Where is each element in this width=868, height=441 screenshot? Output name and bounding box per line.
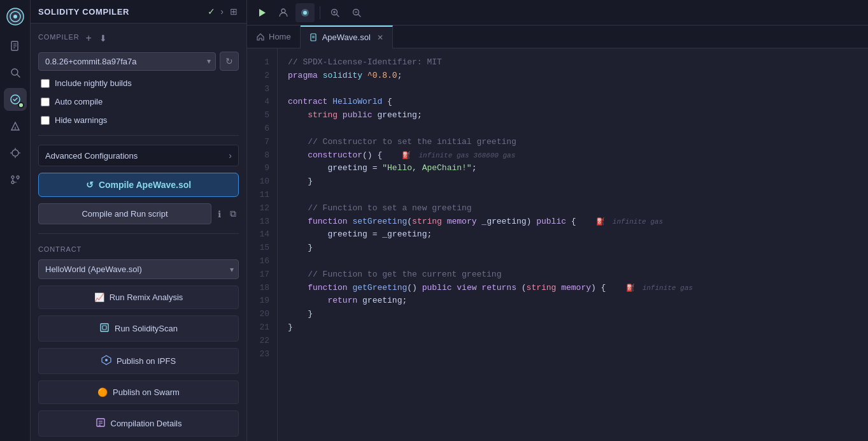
auto-compile-row: Auto compile	[38, 96, 239, 108]
line-num-10: 10	[247, 175, 277, 189]
hide-warnings-label[interactable]: Hide warnings	[55, 115, 107, 125]
compile-run-button[interactable]: Compile and Run script	[38, 203, 211, 224]
advanced-config-label: Advanced Configurations	[45, 151, 138, 161]
compile-btn-label: Compile ApeWave.sol	[99, 180, 191, 190]
solidityscan-label: Run SolidityScan	[115, 324, 178, 333]
include-nightly-label[interactable]: Include nightly builds	[55, 78, 132, 88]
compiler-badge	[18, 102, 24, 108]
toolbar-separator	[320, 6, 320, 19]
check-icon: ✓	[208, 6, 215, 17]
active-mode-btn[interactable]	[295, 3, 315, 22]
svg-point-7	[11, 69, 18, 75]
tab-apewavesol-label: ApeWave.sol	[322, 33, 371, 42]
sidebar-item-search[interactable]	[4, 61, 27, 84]
run-btn[interactable]	[252, 3, 271, 22]
compile-run-row: Compile and Run script ℹ ⧉	[38, 203, 239, 224]
contract-section-label: CONTRACT	[38, 245, 239, 253]
publish-swarm-btn[interactable]: 🟠 Publish on Swarm	[38, 380, 239, 404]
line-num-7: 7	[247, 136, 277, 149]
run-solidityscan-btn[interactable]: Run SolidityScan	[38, 315, 239, 342]
tab-home-label: Home	[269, 32, 291, 41]
compile-run-copy-btn[interactable]: ⧉	[227, 206, 239, 222]
tab-apewavesol[interactable]: ApeWave.sol ✕	[301, 25, 393, 48]
line-num-19: 19	[247, 294, 277, 308]
editor-area: 1 2 3 4 5 6 7 8 9 10 11 12 13 14 15 16 1…	[247, 48, 868, 441]
sidebar-item-git[interactable]	[4, 168, 27, 191]
line-num-2: 2	[247, 69, 277, 83]
auto-compile-label[interactable]: Auto compile	[55, 97, 103, 106]
svg-rect-21	[103, 326, 106, 329]
compilation-details-btn[interactable]: Compilation Details	[38, 410, 239, 437]
line-num-13: 13	[247, 215, 277, 229]
hide-warnings-row: Hide warnings	[38, 114, 239, 126]
sidebar-item-deploy[interactable]	[4, 115, 27, 138]
line-num-16: 16	[247, 255, 277, 268]
svg-rect-20	[101, 324, 108, 331]
compile-run-label: Compile and Run script	[82, 209, 167, 219]
publish-ipfs-btn[interactable]: Publish on IPFS	[38, 348, 239, 374]
hide-warnings-checkbox[interactable]	[41, 116, 50, 125]
line-num-6: 6	[247, 122, 277, 136]
sidebar-item-debug[interactable]	[4, 141, 27, 164]
download-compiler-icon[interactable]: ⬇	[98, 32, 108, 45]
user-icon-btn[interactable]	[274, 3, 293, 22]
zoom-out-btn[interactable]	[347, 3, 366, 22]
sidebar-panel: SOLIDITY COMPILER ✓ › ⊞ COMPILER + ⬇ 0.8…	[31, 0, 247, 441]
ipfs-label: Publish on IPFS	[117, 356, 176, 366]
line-num-22: 22	[247, 335, 277, 348]
line-num-15: 15	[247, 242, 277, 255]
svg-line-8	[17, 75, 20, 77]
compilation-details-label: Compilation Details	[111, 419, 182, 428]
compiler-refresh-btn[interactable]: ↻	[220, 52, 239, 71]
zoom-in-btn[interactable]	[325, 3, 345, 22]
compiler-version-select[interactable]: 0.8.26+commit.8a97fa7a	[38, 52, 216, 71]
divider-1	[38, 135, 239, 136]
line-num-12: 12	[247, 202, 277, 215]
compile-button[interactable]: ↺ Compile ApeWave.sol	[38, 173, 239, 197]
svg-point-17	[11, 176, 14, 178]
line-num-17: 17	[247, 268, 277, 282]
svg-point-23	[105, 359, 108, 361]
main-area: Home ApeWave.sol ✕ 1 2 3 4 5 6 7 8 9 10 …	[247, 0, 868, 441]
line-num-23: 23	[247, 348, 277, 361]
compile-spin-icon: ↺	[86, 180, 94, 190]
include-nightly-row: Include nightly builds	[38, 77, 239, 89]
top-toolbar	[247, 0, 868, 25]
sidebar-header: SOLIDITY COMPILER ✓ › ⊞	[31, 0, 246, 24]
include-nightly-checkbox[interactable]	[41, 79, 50, 88]
tab-home[interactable]: Home	[247, 25, 301, 48]
line-num-11: 11	[247, 189, 277, 202]
swarm-label: Publish on Swarm	[113, 387, 180, 397]
line-numbers: 1 2 3 4 5 6 7 8 9 10 11 12 13 14 15 16 1…	[247, 48, 278, 441]
add-compiler-icon[interactable]: +	[85, 31, 93, 45]
logo-icon	[4, 5, 27, 28]
layout-icon[interactable]: ⊞	[229, 5, 239, 18]
line-num-18: 18	[247, 282, 277, 295]
line-num-9: 9	[247, 162, 277, 175]
sidebar-item-files[interactable]	[4, 34, 27, 57]
contract-select-wrapper: HelloWorld (ApeWave.sol) ▾	[38, 259, 239, 279]
forward-icon[interactable]: ›	[219, 5, 225, 18]
svg-point-31	[303, 11, 307, 15]
svg-line-33	[337, 14, 339, 17]
advanced-config-row[interactable]: Advanced Configurations ›	[38, 145, 239, 166]
line-num-14: 14	[247, 228, 277, 242]
tab-close-btn[interactable]: ✕	[377, 33, 383, 42]
contract-select[interactable]: HelloWorld (ApeWave.sol)	[38, 259, 239, 279]
run-remix-icon: 📈	[94, 293, 104, 302]
code-editor[interactable]: // SPDX-License-Identifier: MIT pragma s…	[278, 48, 868, 441]
tab-bar: Home ApeWave.sol ✕	[247, 25, 868, 48]
line-num-4: 4	[247, 96, 277, 109]
run-remix-analysis-btn[interactable]: 📈 Run Remix Analysis	[38, 286, 239, 309]
sidebar-item-compiler[interactable]	[4, 88, 27, 111]
compile-run-info-btn[interactable]: ℹ	[215, 206, 224, 222]
header-icons: ✓ › ⊞	[208, 5, 239, 18]
line-num-5: 5	[247, 109, 277, 122]
line-num-20: 20	[247, 308, 277, 321]
icon-bar	[0, 0, 31, 441]
line-num-3: 3	[247, 83, 277, 96]
auto-compile-checkbox[interactable]	[41, 98, 50, 106]
compiler-label: COMPILER	[38, 33, 80, 41]
svg-marker-28	[259, 9, 266, 17]
ipfs-icon	[101, 355, 111, 367]
